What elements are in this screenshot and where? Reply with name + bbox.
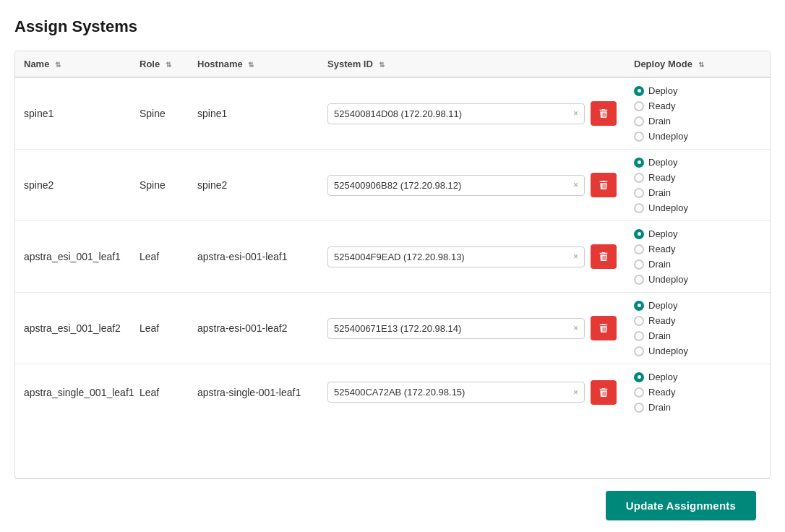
radio-option-drain[interactable]: Drain <box>634 329 761 343</box>
radio-option-ready[interactable]: Ready <box>634 171 761 184</box>
sort-icon-deploy-mode: ⇅ <box>698 61 704 69</box>
delete-row-button[interactable] <box>591 173 617 197</box>
system-id-value: 5254004F9EAD (172.20.98.13) <box>334 252 465 262</box>
radio-circle-drain[interactable] <box>634 188 644 198</box>
sort-icon-role: ⇅ <box>166 61 171 69</box>
table-wrapper: Name ⇅ Role ⇅ Hostname ⇅ System ID <box>14 51 771 479</box>
radio-label-drain: Drain <box>648 402 671 413</box>
delete-row-button[interactable] <box>591 316 617 340</box>
delete-row-button[interactable] <box>591 244 617 269</box>
radio-label-deploy: Deploy <box>648 228 677 239</box>
cell-hostname: apstra-esi-001-leaf1 <box>189 221 319 293</box>
system-id-value: 525400CA72AB (172.20.98.15) <box>334 387 465 398</box>
cell-system-id: 525400CA72AB (172.20.98.15)× <box>319 364 625 421</box>
radio-option-drain[interactable]: Drain <box>634 257 761 271</box>
radio-label-undeploy: Undeploy <box>648 274 688 285</box>
radio-option-deploy[interactable]: Deploy <box>634 84 761 98</box>
cell-hostname: spine1 <box>189 77 319 150</box>
update-assignments-button[interactable]: Update Assignments <box>606 491 756 520</box>
table-header: Name ⇅ Role ⇅ Hostname ⇅ System ID <box>15 51 770 77</box>
cell-deploy-mode: DeployReadyDrainUndeploy <box>625 150 770 221</box>
radio-circle-drain[interactable] <box>634 259 644 270</box>
system-id-input[interactable]: 5254004F9EAD (172.20.98.13)× <box>327 246 585 267</box>
radio-option-ready[interactable]: Ready <box>634 314 761 327</box>
cell-name: apstra_single_001_leaf1 <box>15 364 131 421</box>
cell-system-id: 5254004F9EAD (172.20.98.13)× <box>319 221 625 293</box>
radio-label-deploy: Deploy <box>648 300 677 311</box>
radio-option-ready[interactable]: Ready <box>634 99 761 113</box>
radio-option-deploy[interactable]: Deploy <box>634 370 761 384</box>
radio-option-drain[interactable]: Drain <box>634 186 761 200</box>
footer-bar: Update Assignments <box>14 479 771 532</box>
cell-role: Leaf <box>131 364 189 421</box>
radio-circle-undeploy[interactable] <box>634 203 644 213</box>
clear-system-id-icon[interactable]: × <box>573 252 578 262</box>
radio-label-undeploy: Undeploy <box>648 202 688 213</box>
radio-circle-deploy[interactable] <box>634 301 644 311</box>
radio-option-undeploy[interactable]: Undeploy <box>634 273 761 286</box>
radio-circle-drain[interactable] <box>634 116 644 126</box>
col-header-deploy-mode[interactable]: Deploy Mode ⇅ <box>625 51 770 77</box>
table-row: spine2Spinespine2525400906B82 (172.20.98… <box>15 150 770 221</box>
radio-option-deploy[interactable]: Deploy <box>634 155 761 169</box>
radio-option-ready[interactable]: Ready <box>634 385 761 399</box>
cell-deploy-mode: DeployReadyDrainUndeploy <box>625 293 770 364</box>
radio-circle-ready[interactable] <box>634 244 644 254</box>
radio-circle-ready[interactable] <box>634 387 644 398</box>
cell-role: Spine <box>131 150 189 221</box>
radio-option-deploy[interactable]: Deploy <box>634 227 761 241</box>
col-header-name[interactable]: Name ⇅ <box>15 51 131 77</box>
system-id-value: 525400671E13 (172.20.98.14) <box>334 323 461 334</box>
clear-system-id-icon[interactable]: × <box>573 387 578 398</box>
cell-hostname: spine2 <box>189 150 319 221</box>
cell-system-id: 525400906B82 (172.20.98.12)× <box>319 150 625 221</box>
cell-deploy-mode: DeployReadyDrain <box>625 364 770 421</box>
cell-role: Leaf <box>131 293 189 364</box>
radio-label-drain: Drain <box>648 259 671 270</box>
col-header-hostname[interactable]: Hostname ⇅ <box>189 51 319 77</box>
radio-label-ready: Ready <box>648 172 676 183</box>
radio-circle-deploy[interactable] <box>634 158 644 168</box>
radio-label-drain: Drain <box>648 187 671 198</box>
table-scroll[interactable]: Name ⇅ Role ⇅ Hostname ⇅ System ID <box>15 51 770 478</box>
radio-circle-ready[interactable] <box>634 101 644 111</box>
radio-circle-ready[interactable] <box>634 173 644 183</box>
radio-circle-drain[interactable] <box>634 331 644 341</box>
clear-system-id-icon[interactable]: × <box>573 180 578 190</box>
delete-row-button[interactable] <box>591 380 617 405</box>
cell-hostname: apstra-single-001-leaf1 <box>189 364 319 421</box>
cell-name: spine2 <box>15 150 131 221</box>
delete-row-button[interactable] <box>591 101 617 126</box>
radio-circle-drain[interactable] <box>634 403 644 413</box>
cell-name: spine1 <box>15 77 131 150</box>
radio-circle-deploy[interactable] <box>634 86 644 96</box>
clear-system-id-icon[interactable]: × <box>573 323 578 333</box>
radio-option-undeploy[interactable]: Undeploy <box>634 201 761 215</box>
radio-option-undeploy[interactable]: Undeploy <box>634 129 761 143</box>
system-id-input[interactable]: 525400814D08 (172.20.98.11)× <box>327 103 585 124</box>
cell-hostname: apstra-esi-001-leaf2 <box>189 293 319 364</box>
radio-label-ready: Ready <box>648 244 676 254</box>
radio-option-undeploy[interactable]: Undeploy <box>634 344 761 358</box>
system-id-input[interactable]: 525400671E13 (172.20.98.14)× <box>327 318 585 339</box>
system-id-input[interactable]: 525400CA72AB (172.20.98.15)× <box>327 382 585 403</box>
radio-circle-undeploy[interactable] <box>634 132 644 142</box>
radio-option-drain[interactable]: Drain <box>634 114 761 128</box>
radio-circle-deploy[interactable] <box>634 229 644 239</box>
clear-system-id-icon[interactable]: × <box>573 108 578 119</box>
radio-circle-ready[interactable] <box>634 316 644 326</box>
cell-system-id: 525400814D08 (172.20.98.11)× <box>319 77 625 150</box>
radio-circle-deploy[interactable] <box>634 372 644 382</box>
cell-name: apstra_esi_001_leaf2 <box>15 293 131 364</box>
radio-option-drain[interactable]: Drain <box>634 400 761 414</box>
radio-option-deploy[interactable]: Deploy <box>634 299 761 312</box>
radio-circle-undeploy[interactable] <box>634 275 644 285</box>
system-id-input[interactable]: 525400906B82 (172.20.98.12)× <box>327 175 585 196</box>
col-header-system-id[interactable]: System ID ⇅ <box>319 51 625 77</box>
col-header-role[interactable]: Role ⇅ <box>131 51 189 77</box>
radio-circle-undeploy[interactable] <box>634 346 644 356</box>
radio-label-deploy: Deploy <box>648 157 677 168</box>
radio-option-ready[interactable]: Ready <box>634 242 761 256</box>
table-row: apstra_esi_001_leaf1Leafapstra-esi-001-l… <box>15 221 770 293</box>
radio-label-deploy: Deploy <box>648 85 677 96</box>
